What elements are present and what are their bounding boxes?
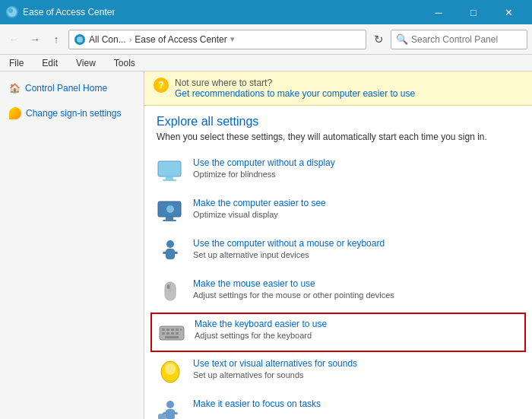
monitor-icon (157, 157, 184, 185)
svg-point-10 (166, 205, 174, 213)
content-area: ? Not sure where to start? Get recommend… (144, 71, 532, 419)
svg-rect-13 (163, 252, 167, 254)
setting-item-sound-alt: Use text or visual alternatives for soun… (157, 352, 520, 392)
menu-edit[interactable]: Edit (39, 56, 61, 70)
svg-rect-6 (163, 179, 176, 181)
titlebar-title: Ease of Access Center (23, 7, 421, 17)
desc-easier-see: Optimize visual display (193, 210, 326, 219)
svg-rect-34 (173, 412, 178, 414)
refresh-button[interactable]: ↻ (369, 30, 388, 49)
setting-icon-focus (157, 398, 184, 419)
tip-not-sure: Not sure where to start? (175, 78, 272, 88)
svg-rect-35 (158, 414, 166, 419)
link-no-mouse[interactable]: Use the computer without a mouse or keyb… (193, 238, 385, 249)
app-icon (6, 6, 18, 18)
shield-icon (9, 107, 21, 119)
search-icon: 🔍 (396, 33, 408, 45)
link-easier-mouse[interactable]: Make the mouse easier to use (193, 278, 394, 289)
svg-rect-8 (166, 217, 173, 220)
tip-icon: ? (154, 78, 169, 93)
up-button[interactable]: ↑ (47, 30, 65, 49)
link-sound-alt[interactable]: Use text or visual alternatives for soun… (193, 358, 357, 369)
sidebar-home-label: Control Panel Home (25, 83, 107, 94)
maximize-button[interactable]: □ (456, 0, 491, 24)
desc-no-display: Optimize for blindness (193, 170, 335, 179)
desc-easier-keyboard: Adjust settings for the keyboard (195, 331, 327, 340)
setting-icon-no-display (157, 157, 184, 185)
search-input[interactable] (411, 34, 525, 45)
forward-button[interactable]: → (26, 30, 44, 49)
sidebar-item-home[interactable]: 🏠 Control Panel Home (0, 79, 144, 97)
main-layout: 🏠 Control Panel Home Change sign-in sett… (0, 71, 532, 419)
svg-rect-25 (166, 332, 169, 335)
keyboard-icon (158, 319, 185, 346)
sidebar-item-signin[interactable]: Change sign-in settings (0, 103, 144, 123)
setting-item-easier-keyboard: Make the keyboard easier to use Adjust s… (150, 313, 526, 352)
desc-no-mouse: Set up alternative input devices (193, 250, 385, 259)
tip-banner: ? Not sure where to start? Get recommend… (144, 71, 532, 106)
setting-item-no-display: Use the computer without a display Optim… (157, 151, 520, 192)
link-easier-keyboard[interactable]: Make the keyboard easier to use (195, 319, 327, 329)
svg-rect-19 (162, 329, 165, 331)
setting-item-no-mouse: Use the computer without a mouse or keyb… (157, 232, 520, 272)
svg-point-1 (8, 8, 13, 13)
search-box[interactable]: 🔍 (391, 30, 527, 49)
setting-icon-easier-mouse (157, 278, 184, 306)
menu-file[interactable]: File (6, 56, 27, 70)
menu-view[interactable]: View (73, 56, 99, 70)
svg-rect-14 (173, 252, 178, 254)
setting-icon-easier-see (157, 198, 184, 225)
home-icon: 🏠 (9, 83, 21, 94)
svg-rect-9 (163, 220, 176, 221)
link-focus[interactable]: Make it easier to focus on tasks (193, 398, 321, 409)
addressbar: ← → ↑ All Con... › Ease of Access Center… (0, 24, 532, 55)
content-inner: Explore all settings When you select the… (144, 106, 532, 419)
titlebar-controls: ─ □ ✕ (421, 0, 526, 24)
menubar: File Edit View Tools (0, 55, 532, 71)
setting-item-easier-mouse: Make the mouse easier to use Adjust sett… (157, 272, 520, 313)
svg-rect-28 (165, 336, 179, 338)
sidebar-signin-label: Change sign-in settings (26, 108, 121, 119)
svg-rect-23 (180, 329, 182, 331)
desc-easier-mouse: Adjust settings for the mouse or other p… (193, 290, 394, 300)
svg-rect-22 (176, 329, 179, 331)
speaker-icon (157, 358, 184, 386)
breadcrumb: All Con... › Ease of Access Center (74, 33, 227, 46)
svg-point-31 (166, 401, 174, 408)
menu-tools[interactable]: Tools (111, 56, 138, 70)
section-title: Explore all settings (157, 115, 520, 129)
back-button[interactable]: ← (5, 30, 23, 49)
svg-rect-21 (171, 329, 174, 331)
svg-point-30 (165, 363, 176, 375)
svg-rect-5 (166, 176, 173, 179)
svg-point-3 (77, 37, 83, 43)
svg-rect-26 (171, 332, 174, 335)
minimize-button[interactable]: ─ (421, 0, 456, 24)
setting-icon-sound-alt (157, 358, 184, 386)
setting-item-focus: Make it easier to focus on tasks (157, 392, 520, 419)
setting-item-easier-see: Make the computer easier to see Optimize… (157, 192, 520, 232)
mouse-icon (157, 278, 184, 306)
close-button[interactable]: ✕ (491, 0, 526, 24)
svg-point-11 (166, 240, 174, 248)
dropdown-arrow[interactable]: ▾ (230, 34, 235, 44)
setting-icon-no-mouse (157, 238, 184, 265)
cp-icon (74, 33, 86, 46)
svg-rect-27 (176, 332, 179, 335)
svg-rect-4 (158, 161, 181, 176)
setting-icon-easier-keyboard (158, 319, 185, 346)
sidebar: 🏠 Control Panel Home Change sign-in sett… (0, 71, 144, 419)
svg-rect-17 (167, 284, 169, 289)
link-no-display[interactable]: Use the computer without a display (193, 157, 335, 168)
address-box: All Con... › Ease of Access Center ▾ (68, 30, 366, 49)
link-easier-see[interactable]: Make the computer easier to see (193, 198, 326, 208)
tip-link[interactable]: Get recommendations to make your compute… (175, 88, 415, 99)
svg-rect-12 (166, 249, 175, 259)
section-desc: When you select these settings, they wil… (157, 132, 520, 142)
breadcrumb-allcon: All Con... (89, 34, 126, 45)
titlebar: Ease of Access Center ─ □ ✕ (0, 0, 532, 24)
monitor2-icon (157, 198, 184, 225)
svg-rect-20 (166, 329, 169, 331)
breadcrumb-current: Ease of Access Center (135, 34, 226, 45)
svg-rect-24 (162, 332, 165, 335)
